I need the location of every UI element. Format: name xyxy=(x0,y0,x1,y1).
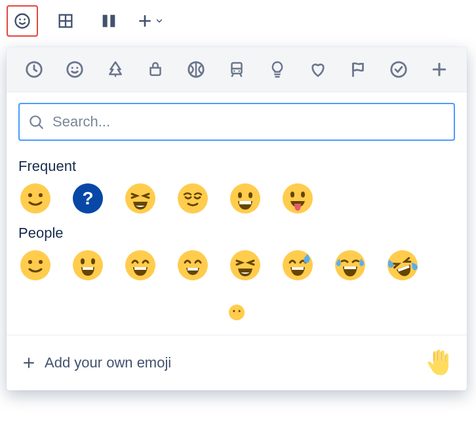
table-icon xyxy=(56,12,75,30)
emoji-list[interactable]: Frequent ? People xyxy=(7,145,467,335)
category-nature[interactable] xyxy=(100,54,131,85)
svg-point-37 xyxy=(301,192,305,198)
people-row xyxy=(18,248,455,282)
svg-point-57 xyxy=(233,310,235,312)
search-icon xyxy=(28,113,45,130)
svg-point-30 xyxy=(178,183,208,214)
emoji-rofl[interactable] xyxy=(386,248,420,282)
heart-icon xyxy=(308,60,328,79)
svg-point-27 xyxy=(28,193,32,197)
svg-line-25 xyxy=(39,124,42,128)
emoji-grinning-open[interactable] xyxy=(71,248,105,282)
emoji-grin-beam-smile[interactable] xyxy=(176,248,210,282)
food-icon xyxy=(146,60,165,79)
svg-rect-7 xyxy=(110,15,115,28)
emoji-preview xyxy=(424,347,452,379)
svg-point-1 xyxy=(19,18,21,20)
svg-rect-34 xyxy=(239,201,251,204)
svg-point-18 xyxy=(233,70,235,72)
emoji-slight-smile[interactable] xyxy=(18,248,52,282)
emoji-grin-beam[interactable] xyxy=(123,248,157,282)
svg-point-45 xyxy=(125,250,155,280)
svg-point-38 xyxy=(20,250,50,280)
search-wrap xyxy=(7,92,467,145)
svg-point-13 xyxy=(76,67,78,69)
picker-footer: Add your own emoji xyxy=(7,335,467,390)
smile-icon xyxy=(65,60,85,79)
svg-point-39 xyxy=(28,260,32,264)
frequent-row: ? xyxy=(18,181,455,215)
emoji-joy[interactable] xyxy=(333,248,367,282)
svg-point-50 xyxy=(283,250,313,280)
tree-icon xyxy=(106,60,125,79)
svg-rect-46 xyxy=(134,267,146,270)
bulb-icon xyxy=(268,60,287,79)
category-frequent[interactable] xyxy=(18,54,50,85)
plus-icon xyxy=(21,355,37,371)
check-circle-icon xyxy=(389,60,408,79)
svg-rect-51 xyxy=(292,267,304,270)
svg-point-32 xyxy=(238,193,242,198)
category-food[interactable] xyxy=(140,54,171,85)
category-activity[interactable] xyxy=(180,54,212,85)
category-people[interactable] xyxy=(59,54,90,85)
add-own-emoji-label: Add your own emoji xyxy=(45,354,171,371)
svg-point-11 xyxy=(67,62,82,77)
svg-rect-6 xyxy=(103,15,108,28)
table-button[interactable] xyxy=(50,5,81,37)
category-productivity[interactable] xyxy=(383,54,414,85)
search-input[interactable] xyxy=(51,113,446,131)
svg-point-58 xyxy=(239,310,241,312)
svg-point-19 xyxy=(238,70,240,72)
emoji-grinning[interactable] xyxy=(228,181,262,215)
section-frequent-label: Frequent xyxy=(18,158,455,175)
svg-point-21 xyxy=(391,62,407,77)
svg-point-26 xyxy=(20,183,50,214)
emoji-question[interactable]: ? xyxy=(71,181,105,215)
layout-button[interactable] xyxy=(93,5,125,37)
svg-point-2 xyxy=(24,18,26,20)
emoji-laughing[interactable] xyxy=(123,181,157,215)
train-icon xyxy=(227,60,247,79)
section-people-label: People xyxy=(18,225,455,242)
emoji-laughing[interactable] xyxy=(228,248,262,282)
category-objects[interactable] xyxy=(262,54,293,85)
category-symbols[interactable] xyxy=(302,54,334,85)
flag-icon xyxy=(348,60,368,79)
svg-rect-44 xyxy=(83,267,93,270)
plus-icon xyxy=(429,60,449,79)
emoji-slight-smile[interactable] xyxy=(18,181,52,215)
svg-point-0 xyxy=(16,14,30,28)
people-row-2 xyxy=(18,295,455,329)
emoji-picker: Frequent ? People Add your own emoji xyxy=(7,47,467,390)
category-flags[interactable] xyxy=(343,54,374,85)
svg-rect-53 xyxy=(344,267,356,269)
plus-icon xyxy=(136,12,153,29)
svg-point-12 xyxy=(71,67,73,69)
ball-icon xyxy=(186,60,206,79)
search-box[interactable] xyxy=(18,103,455,141)
svg-point-47 xyxy=(178,250,208,280)
insert-menu-button[interactable] xyxy=(136,12,164,29)
svg-point-28 xyxy=(39,193,43,197)
svg-point-33 xyxy=(248,193,252,198)
emoji-relieved[interactable] xyxy=(176,181,210,215)
svg-point-41 xyxy=(73,250,103,280)
raised-hand-icon xyxy=(424,347,452,376)
category-custom[interactable] xyxy=(424,54,455,85)
svg-point-43 xyxy=(91,259,95,265)
emoji-button[interactable] xyxy=(7,5,38,37)
category-tabs xyxy=(7,47,467,92)
emoji-grin-sweat[interactable] xyxy=(281,248,315,282)
editor-toolbar xyxy=(0,0,476,42)
svg-point-56 xyxy=(229,305,245,320)
smile-icon xyxy=(13,12,31,30)
emoji-tongue[interactable] xyxy=(281,181,315,215)
clock-icon xyxy=(24,60,44,79)
svg-point-40 xyxy=(39,260,43,264)
category-travel[interactable] xyxy=(221,54,252,85)
add-own-emoji-button[interactable]: Add your own emoji xyxy=(21,354,414,371)
chevron-down-icon xyxy=(155,16,164,26)
emoji-partial[interactable] xyxy=(220,295,254,329)
columns-icon xyxy=(100,12,118,30)
